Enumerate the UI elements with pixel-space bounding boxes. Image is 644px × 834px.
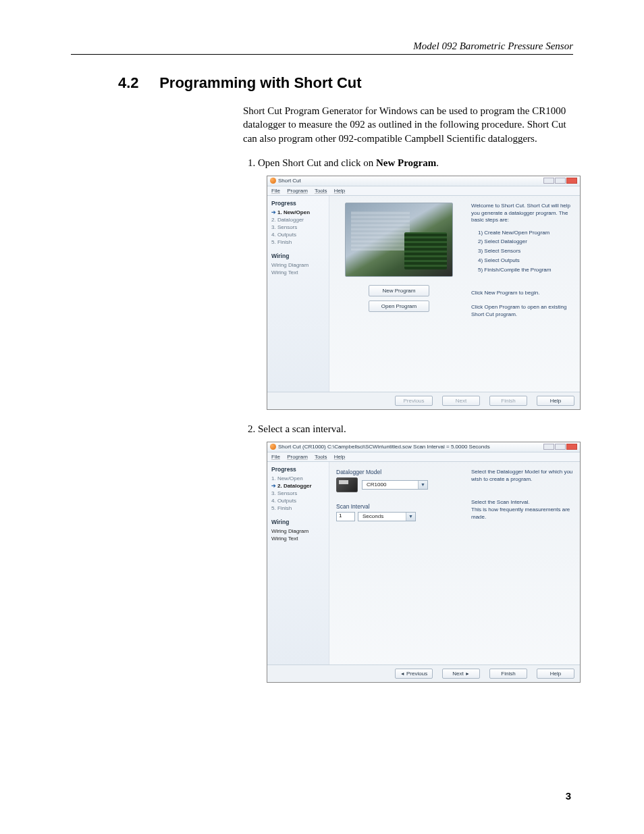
sidebar-progress-title: Progress: [271, 200, 325, 207]
step-1: Open Short Cut and click on New Program.: [258, 157, 580, 169]
menubar: File Program Tools Help: [267, 186, 580, 196]
sidebar-step-newopen[interactable]: ➔1. New/Open: [271, 209, 325, 216]
section-heading: 4.2 Programming with Short Cut: [118, 74, 580, 92]
menu-program[interactable]: Program: [287, 188, 308, 194]
scan-interval-units-dropdown[interactable]: Seconds ▼: [358, 512, 416, 521]
minimize-button[interactable]: [543, 178, 554, 184]
sidebar-step-sensors[interactable]: 3. Sensors: [271, 490, 325, 497]
close-button[interactable]: [566, 444, 577, 450]
datalogger-icon: [336, 477, 358, 492]
section-intro: Short Cut Program Generator for Windows …: [243, 104, 580, 145]
sidebar-step-finish[interactable]: 5. Finish: [271, 238, 325, 246]
instr-step-2: 2) Select Datalogger: [471, 238, 574, 247]
arrow-icon: ➔: [271, 483, 276, 489]
app-icon: [270, 178, 276, 184]
hint-new: Click New Program to begin.: [471, 290, 574, 297]
sidebar-wiring-title: Wiring: [271, 519, 325, 525]
finish-button[interactable]: Finish: [489, 669, 527, 679]
instr-step-3: 3) Select Sensors: [471, 247, 574, 257]
menu-program[interactable]: Program: [287, 454, 308, 460]
sidebar-wiring-text[interactable]: Wiring Text: [271, 535, 325, 542]
sidebar: Progress ➔1. New/Open 2. Datalogger 3. S…: [267, 196, 329, 392]
steps-list: Open Short Cut and click on New Program.: [243, 157, 580, 169]
close-button[interactable]: [566, 178, 577, 184]
datalogger-model-label: Datalogger Model: [336, 469, 462, 475]
menu-file[interactable]: File: [271, 188, 280, 194]
scan-units-value: Seconds: [358, 513, 406, 519]
step-1-pre: Open Short Cut and click on: [258, 157, 376, 168]
previous-button[interactable]: Previous: [395, 396, 433, 406]
sidebar-wiring-diagram[interactable]: Wiring Diagram: [271, 527, 325, 535]
menu-tools[interactable]: Tools: [315, 188, 327, 194]
wizard-footer: ◄ Previous Next ► Finish Help: [267, 664, 580, 682]
instr-model: Select the Datalogger Model for which yo…: [471, 469, 574, 484]
instr-step-4: 4) Select Outputs: [471, 257, 574, 266]
sidebar-step-outputs[interactable]: 4. Outputs: [271, 231, 325, 238]
datalogger-model-dropdown[interactable]: CR1000 ▼: [362, 480, 428, 490]
sidebar: Progress 1. New/Open ➔2. Datalogger 3. S…: [267, 462, 329, 664]
next-button[interactable]: Next ►: [442, 669, 480, 679]
instr-scan: Select the Scan Interval.: [471, 499, 574, 506]
maximize-button[interactable]: [555, 444, 566, 450]
maximize-button[interactable]: [555, 178, 566, 184]
chevron-left-icon: ◄: [400, 671, 405, 676]
finish-button[interactable]: Finish: [489, 396, 527, 406]
menu-help[interactable]: Help: [334, 454, 345, 460]
instructions-panel: Select the Datalogger Model for which yo…: [468, 462, 580, 664]
header-title: Model 092 Barometric Pressure Sensor: [413, 41, 573, 51]
sidebar-progress-title: Progress: [271, 466, 325, 473]
steps-list-cont: Select a scan interval.: [243, 423, 580, 435]
center-panel: Datalogger Model CR1000 ▼ Scan Interval …: [329, 462, 468, 664]
step-2: Select a scan interval.: [258, 423, 580, 435]
step-1-bold: New Program: [376, 157, 436, 168]
datalogger-model-value: CR1000: [363, 481, 418, 488]
previous-label: Previous: [406, 671, 427, 677]
chevron-right-icon: ►: [465, 671, 470, 676]
app-icon: [270, 444, 276, 450]
sidebar-wiring-text[interactable]: Wiring Text: [271, 269, 325, 276]
center-panel: New Program Open Program: [329, 196, 468, 392]
page-header: Model 092 Barometric Pressure Sensor: [71, 41, 573, 55]
help-button[interactable]: Help: [537, 669, 574, 679]
sidebar-wiring-title: Wiring: [271, 253, 325, 259]
scan-interval-label: Scan Interval: [336, 503, 462, 510]
next-button[interactable]: Next: [442, 396, 480, 406]
minimize-button[interactable]: [543, 444, 554, 450]
hint-open: Click Open Program to open an existing S…: [471, 304, 574, 319]
instr-step-1: 1) Create New/Open Program: [471, 228, 574, 238]
window-buttons: [543, 178, 577, 184]
sidebar-step-datalogger[interactable]: ➔2. Datalogger: [271, 482, 325, 490]
window-title: Short Cut: [278, 178, 301, 184]
open-program-button[interactable]: Open Program: [369, 301, 429, 312]
sidebar-step-sensors[interactable]: 3. Sensors: [271, 224, 325, 231]
menu-help[interactable]: Help: [334, 188, 345, 194]
instructions-panel: Welcome to Short Cut. Short Cut will hel…: [468, 196, 580, 392]
page-number: 3: [566, 790, 571, 802]
step-1-post: .: [436, 157, 439, 168]
menu-tools[interactable]: Tools: [315, 454, 327, 460]
welcome-text: Welcome to Short Cut. Short Cut will hel…: [471, 203, 574, 224]
next-label: Next: [452, 671, 463, 677]
new-program-button[interactable]: New Program: [369, 285, 429, 296]
sidebar-step-finish[interactable]: 5. Finish: [271, 504, 325, 512]
window-titlebar: Short Cut: [267, 176, 580, 186]
content: 4.2 Programming with Short Cut Short Cut…: [71, 74, 580, 696]
window-titlebar: Short Cut (CR1000) C:\Campbellsci\SCWin\…: [267, 442, 580, 452]
previous-button[interactable]: ◄ Previous: [395, 669, 433, 679]
screenshot-shortcut-welcome: Short Cut File Program Tools Help Progre…: [267, 176, 581, 410]
hero-image: [345, 203, 453, 277]
sidebar-step-newopen[interactable]: 1. New/Open: [271, 475, 325, 482]
sidebar-step-datalogger[interactable]: 2. Datalogger: [271, 216, 325, 224]
scan-interval-input[interactable]: 1: [336, 512, 355, 521]
sidebar-wiring-diagram[interactable]: Wiring Diagram: [271, 261, 325, 269]
screenshot-shortcut-datalogger: Short Cut (CR1000) C:\Campbellsci\SCWin\…: [267, 442, 581, 683]
window-title: Short Cut (CR1000) C:\Campbellsci\SCWin\…: [278, 444, 490, 450]
sidebar-step-label: 1. New/Open: [277, 209, 310, 215]
section-number: 4.2: [118, 74, 139, 91]
sidebar-step-outputs[interactable]: 4. Outputs: [271, 497, 325, 504]
sidebar-step-label: 2. Datalogger: [277, 483, 312, 489]
help-button[interactable]: Help: [537, 396, 574, 406]
menu-file[interactable]: File: [271, 454, 280, 460]
instr-scan-detail: This is how frequently measurements are …: [471, 506, 574, 521]
instr-step-5: 5) Finish/Compile the Program: [471, 265, 574, 275]
